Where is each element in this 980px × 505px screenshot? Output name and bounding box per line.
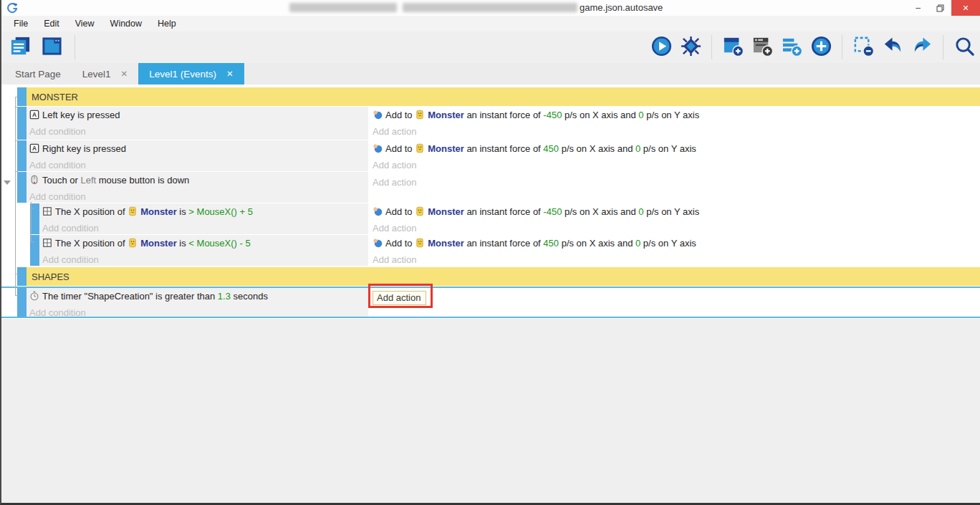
blurred-title-segment (403, 3, 577, 12)
monster-icon (415, 110, 425, 123)
action-line[interactable]: Add to Monster an instant force of 450 p… (373, 237, 977, 251)
menu-edit[interactable]: Edit (36, 17, 67, 31)
deselect-button[interactable] (850, 34, 876, 60)
event-row-touch-mouse[interactable]: Touch or Left mouse button is downAdd co… (1, 172, 980, 203)
tab-start-page[interactable]: Start Page (4, 63, 72, 85)
condition-line[interactable]: The timer "ShapeCreation" is greater tha… (29, 290, 365, 304)
event-row-left-key[interactable]: ALeft key is pressedAdd conditionAdd to … (1, 107, 980, 140)
instruction-text: p/s on Y axis (640, 143, 696, 154)
add-event-icon (722, 35, 744, 59)
tab-level1[interactable]: Level1✕ (72, 63, 138, 85)
instruction-text: Touch or (42, 175, 80, 186)
menu-window[interactable]: Window (102, 17, 150, 31)
event-group-row-monster[interactable]: MONSTER (1, 87, 980, 106)
instruction-text: p/s on X axis and (559, 238, 635, 249)
event-handle-bar[interactable] (17, 267, 27, 286)
add-condition-button[interactable]: Add condition (42, 222, 365, 234)
condition-line[interactable]: The X position of Monster is < MouseX() … (42, 237, 365, 251)
add-action-button[interactable]: Add action (373, 254, 977, 266)
events-list: MONSTERALeft key is pressedAdd condition… (1, 85, 980, 319)
add-event-button[interactable] (720, 34, 746, 60)
toolbar-separator (943, 35, 943, 59)
event-row-right-key[interactable]: ARight key is pressedAdd conditionAdd to… (1, 140, 980, 171)
action-line[interactable]: Add to Monster an instant force of -450 … (373, 206, 977, 220)
add-action-button[interactable]: Add action (373, 159, 977, 171)
force-icon (373, 110, 383, 123)
tab-level1-events[interactable]: Level1 (Events)✕ (138, 63, 244, 85)
keyboard-icon: A (29, 143, 39, 157)
actions-cell[interactable]: Add action (368, 172, 980, 203)
menu-help[interactable]: Help (150, 17, 184, 31)
conditions-cell[interactable]: The X position of Monster is > MouseX() … (39, 203, 368, 234)
minimize-button[interactable]: – (907, 0, 929, 16)
tree-connector (15, 274, 18, 274)
add-comment-button[interactable] (779, 34, 804, 60)
instruction-text: p/s on Y axis (640, 238, 696, 249)
object-name: Monster (140, 206, 177, 217)
expression-value: 450 (543, 143, 559, 154)
add-action-button[interactable]: Add action (373, 222, 977, 234)
event-handle-bar[interactable] (17, 288, 27, 317)
project-manager-button[interactable] (7, 34, 33, 60)
events-editor: MONSTERALeft key is pressedAdd condition… (1, 85, 980, 503)
event-row-timer-shapecreation[interactable]: The timer "ShapeCreation" is greater tha… (1, 287, 980, 318)
play-button[interactable] (648, 34, 674, 60)
conditions-cell[interactable]: The timer "ShapeCreation" is greater tha… (27, 288, 368, 317)
scene-editor-icon (41, 35, 63, 59)
action-line[interactable]: Add to Monster an instant force of 450 p… (373, 143, 977, 157)
conditions-cell[interactable]: The X position of Monster is < MouseX() … (39, 235, 368, 266)
menubar: File Edit View Window Help (1, 16, 980, 32)
menu-view[interactable]: View (67, 17, 102, 31)
instruction-text: p/s on X axis and (562, 206, 638, 217)
add-action-button[interactable]: Add action (373, 176, 977, 188)
tree-indent (1, 235, 30, 266)
add-subevent-button[interactable] (749, 34, 775, 60)
event-handle-bar[interactable] (17, 87, 27, 106)
event-row-xpos-greater[interactable]: The X position of Monster is > MouseX() … (1, 203, 980, 234)
close-icon[interactable]: ✕ (121, 69, 128, 79)
actions-cell[interactable]: Add action (368, 288, 980, 317)
close-icon[interactable]: ✕ (226, 69, 234, 79)
debugger-button[interactable] (678, 34, 703, 60)
condition-line[interactable]: ARight key is pressed (29, 143, 365, 157)
event-group-row-shapes[interactable]: SHAPES (1, 267, 980, 286)
force-icon (373, 206, 383, 220)
conditions-cell[interactable]: Touch or Left mouse button is downAdd co… (27, 172, 368, 203)
collapse-arrow-icon[interactable] (4, 181, 11, 185)
menu-file[interactable]: File (6, 17, 36, 31)
close-button[interactable]: ✕ (951, 0, 980, 16)
event-handle-bar[interactable] (17, 107, 27, 140)
undo-button[interactable] (880, 34, 905, 60)
event-handle-bar[interactable] (17, 172, 27, 203)
condition-line[interactable]: ALeft key is pressed (29, 109, 365, 123)
add-condition-button[interactable]: Add condition (42, 254, 365, 266)
event-row-xpos-less[interactable]: The X position of Monster is < MouseX() … (1, 235, 980, 266)
actions-cell[interactable]: Add to Monster an instant force of 450 p… (368, 140, 980, 171)
instruction-text: an instant force of (464, 110, 544, 120)
monster-icon (415, 143, 425, 157)
event-handle-bar[interactable] (17, 140, 27, 171)
redo-button[interactable] (909, 34, 935, 60)
instruction-text: p/s on X axis and (559, 143, 635, 154)
condition-line[interactable]: The X position of Monster is > MouseX() … (42, 206, 365, 220)
action-line[interactable]: Add to Monster an instant force of -450 … (373, 109, 977, 123)
add-circle-button[interactable] (808, 34, 834, 60)
add-condition-button[interactable]: Add condition (29, 159, 365, 171)
object-name: Monster (428, 143, 464, 154)
window-title: game.json.autosave (580, 2, 663, 13)
add-condition-button[interactable]: Add condition (29, 307, 365, 317)
restore-button[interactable] (929, 0, 951, 16)
actions-cell[interactable]: Add to Monster an instant force of 450 p… (368, 235, 980, 266)
add-condition-button[interactable]: Add condition (29, 191, 365, 203)
add-action-button[interactable]: Add action (373, 125, 977, 138)
conditions-cell[interactable]: ARight key is pressedAdd condition (27, 140, 368, 171)
actions-cell[interactable]: Add to Monster an instant force of -450 … (368, 107, 980, 140)
instruction-text: Left key is pressed (42, 110, 120, 120)
actions-cell[interactable]: Add to Monster an instant force of -450 … (368, 203, 980, 234)
scene-editor-button[interactable] (39, 34, 64, 60)
add-action-button[interactable]: Add action (373, 291, 426, 305)
add-condition-button[interactable]: Add condition (29, 125, 365, 138)
search-button[interactable] (951, 34, 977, 60)
conditions-cell[interactable]: ALeft key is pressedAdd condition (27, 107, 368, 140)
condition-line[interactable]: Touch or Left mouse button is down (29, 174, 365, 188)
